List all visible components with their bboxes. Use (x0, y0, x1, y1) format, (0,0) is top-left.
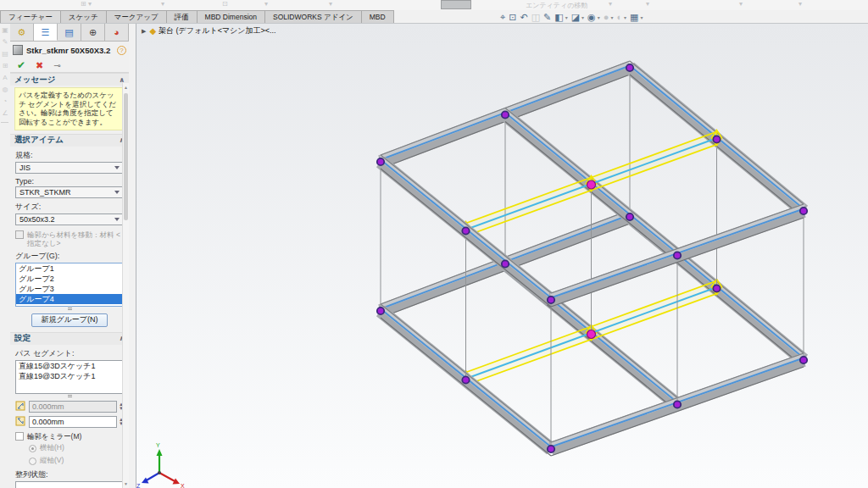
appearance-tools-icon[interactable]: ✎ (543, 11, 551, 23)
toolbar-button (441, 0, 471, 9)
command-tab[interactable]: SOLIDWORKS アドイン (264, 10, 362, 23)
toolbar-icon[interactable]: ▤ (1, 49, 9, 59)
chevron-down-icon (114, 166, 120, 169)
toolbar-icon[interactable]: A (1, 73, 9, 83)
mirror-profile-row: 輪郭をミラー(M) (15, 432, 124, 441)
alignment-input[interactable] (15, 481, 124, 488)
new-group-button[interactable]: 新規グループ(N) (31, 313, 107, 327)
dimxpertmanager-tab[interactable]: ⊕ (81, 24, 105, 41)
mirror-vertical-radio[interactable] (29, 458, 36, 465)
message-box: パスを定義するためのスケッチ セグメントを選択してください。輪郭は角度を指定して… (14, 87, 125, 130)
toolbar-icon: ▾ (329, 0, 332, 8)
command-tab[interactable]: フィーチャー (0, 10, 61, 23)
expand-arrow-icon[interactable]: ▶ (142, 28, 146, 35)
graphics-viewport[interactable]: ▶ ◆ 架台 (デフォルト<マシン加工><... (136, 24, 868, 488)
command-tab[interactable]: MBD (361, 10, 394, 23)
type-select[interactable]: STKR_STKMR (15, 186, 124, 198)
scrollbar-thumb[interactable] (124, 93, 128, 220)
standard-label: 規格: (15, 150, 124, 161)
size-label: サイズ: (15, 202, 124, 213)
toolbar-icon: ▾ (646, 0, 649, 8)
mirror-vertical-row: 縦軸(V) (29, 456, 124, 466)
command-tab[interactable]: スケッチ (60, 10, 107, 23)
feature-tree-flyout[interactable]: ▶ ◆ 架台 (デフォルト<マシン加工><... (142, 25, 276, 36)
resize-handle[interactable] (68, 395, 72, 397)
propertymanager-panel: ⚙☰▤⊕◕ Stkr_stkmr 50X50X3.2 ? ✔ ✖ ⊸ メッセージ… (10, 24, 129, 488)
part-icon: ◆ (149, 26, 156, 36)
scroll-down-icon[interactable]: ▼ (123, 481, 129, 486)
panel-scrollbar[interactable]: ▲ ▼ (122, 83, 129, 488)
titlebar-strip: ⊞ ▾ ▾ ⊡ ▾ ▾ エンティティの移動 ▾ ▾ ▾ ▾ (0, 0, 868, 10)
help-icon[interactable]: ? (117, 46, 126, 55)
group-list-item[interactable]: グループ3 (16, 284, 123, 294)
toolbar-icon[interactable]: ⊞ (1, 61, 9, 71)
resize-handle[interactable] (68, 308, 72, 310)
displaymanager-tab[interactable]: ◕ (105, 24, 129, 41)
edit-appearance-icon[interactable]: ● (604, 11, 614, 23)
group-listbox[interactable]: グループ1グループ2グループ3グループ4 (15, 263, 124, 307)
propertymanager-tab[interactable]: ☰ (34, 24, 58, 41)
view-orientation-icon[interactable]: ◧ (554, 11, 567, 23)
confirm-row: ✔ ✖ ⊸ (10, 58, 129, 73)
toolbar-icon[interactable]: ✎ (1, 37, 9, 47)
size-select[interactable]: 50x50x3.2 (15, 214, 124, 225)
featuremanager-tab[interactable]: ⚙ (10, 24, 34, 41)
scroll-up-icon[interactable]: ▲ (123, 85, 129, 90)
toolbar-icon: ▾ (798, 0, 802, 8)
ok-button[interactable]: ✔ (17, 59, 25, 71)
transfer-material-label: 輪郭から材料を移動：材料 <指定なし> (27, 230, 124, 247)
toolbar-icon[interactable]: ◔ (1, 97, 9, 107)
pin-icon[interactable]: ⊸ (53, 61, 60, 70)
display-style-icon[interactable]: ◪ (571, 11, 584, 23)
toolbar-icon[interactable]: ∠ (1, 108, 9, 119)
settings-section-header[interactable]: 設定 ∧ (10, 332, 129, 345)
headsup-toolbar: ⌖⊡↶◫✎◧◪◉●◐▦ (500, 10, 647, 24)
command-tab[interactable]: MBD Dimension (197, 10, 265, 23)
section-view-icon[interactable]: ◫ (531, 11, 540, 23)
group-label: グループ(G): (15, 251, 124, 262)
commandmanager-tabbar: フィーチャースケッチマークアップ評価MBD DimensionSOLIDWORK… (0, 10, 868, 24)
mirror-horizontal-row: 横軸(H) (29, 443, 124, 453)
view-settings-icon[interactable]: ▦ (630, 11, 643, 23)
mirror-vertical-label: 縦軸(V) (40, 456, 64, 466)
chevron-down-icon (114, 218, 120, 221)
titlebar-hint-label: エンティティの移動 (526, 1, 587, 10)
configurationmanager-tab[interactable]: ▤ (58, 24, 81, 41)
triad-x-label: X (181, 483, 185, 488)
message-section-header[interactable]: メッセージ ∧ (10, 73, 129, 86)
offset1-input[interactable]: 0.000mm (29, 401, 117, 413)
cancel-button[interactable]: ✖ (36, 60, 43, 71)
command-tab[interactable]: 評価 (166, 10, 198, 23)
mirror-profile-checkbox[interactable] (15, 432, 24, 441)
toolbar-icon: ▾ (264, 0, 268, 8)
group-list-item[interactable]: グループ4 (16, 294, 123, 304)
group-list-item[interactable]: グループ1 (16, 263, 123, 274)
divider (1, 122, 8, 123)
toolbar-icon: ▾ (739, 0, 743, 8)
group-list-item[interactable]: グループ2 (16, 274, 123, 284)
offset2-input[interactable]: 0.000mm (29, 416, 117, 428)
toolbar-icon[interactable]: ▣ (1, 25, 9, 36)
left-toolbar: ▣✎▤⊞A◍◔∠ (0, 24, 10, 488)
previous-view-icon[interactable]: ↶ (520, 11, 527, 23)
profile-offset-vertical-icon (15, 416, 26, 427)
mirror-horizontal-radio[interactable] (29, 445, 36, 452)
structural-member-icon (13, 45, 23, 55)
path-segments-listbox[interactable]: 直線15@3Dスケッチ1直線19@3Dスケッチ1 (15, 360, 124, 394)
toolbar-icon[interactable]: ◍ (1, 85, 9, 95)
mirror-profile-label: 輪郭をミラー(M) (27, 432, 81, 441)
standard-select[interactable]: JIS (15, 162, 124, 174)
path-segment-item[interactable]: 直線15@3Dスケッチ1 (16, 361, 123, 371)
hide-show-items-icon[interactable]: ◉ (587, 11, 600, 23)
apply-scene-icon[interactable]: ◐ (616, 11, 626, 23)
offset2-row: 0.000mm ▲▼ (15, 416, 124, 428)
toolbar-icon: ▾ (161, 0, 164, 8)
toolbar-icon: ⊡ (222, 0, 228, 8)
transfer-material-checkbox[interactable] (15, 230, 24, 239)
path-segment-item[interactable]: 直線19@3Dスケッチ1 (16, 371, 123, 381)
selection-section-header[interactable]: 選択アイテム ∧ (10, 134, 129, 147)
toolbar-icon: ▾ (609, 0, 612, 8)
command-tab[interactable]: マークアップ (106, 10, 167, 23)
zoom-fit-icon[interactable]: ⌖ (500, 11, 505, 23)
zoom-area-icon[interactable]: ⊡ (509, 11, 516, 23)
